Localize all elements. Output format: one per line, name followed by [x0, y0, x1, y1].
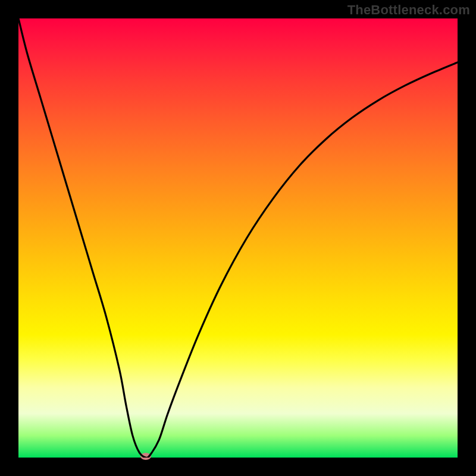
- chart-frame: TheBottleneck.com: [0, 0, 476, 476]
- plot-area: [18, 18, 458, 458]
- bottleneck-curve: [18, 18, 458, 458]
- watermark-label: TheBottleneck.com: [347, 2, 470, 18]
